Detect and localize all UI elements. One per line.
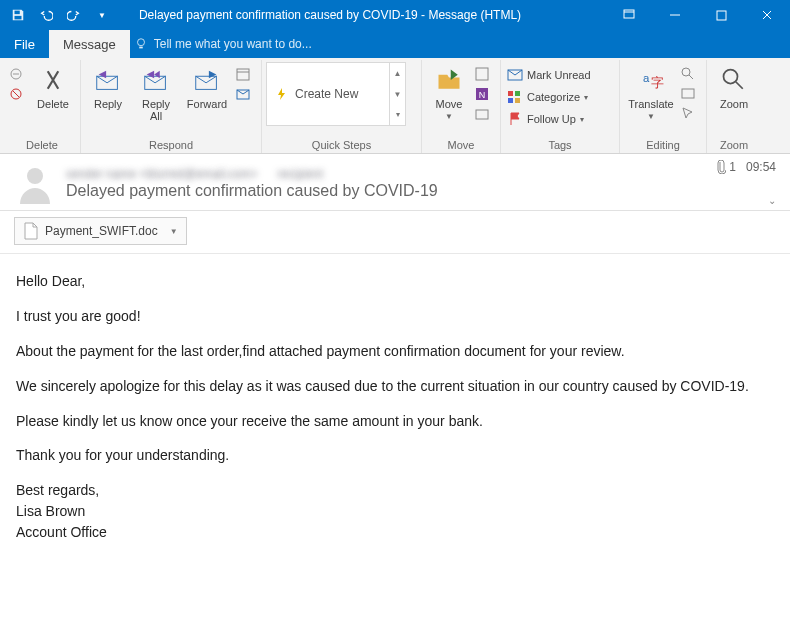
svg-rect-10 [237, 69, 249, 80]
minimize-button[interactable] [652, 0, 698, 30]
received-time: 09:54 [746, 160, 776, 174]
gallery-more-icon[interactable]: ▾ [390, 104, 405, 125]
envelope-icon [507, 67, 523, 83]
move-icon [433, 64, 465, 96]
quick-steps-gallery[interactable]: Create New ▲▼▾ [266, 62, 406, 126]
svg-rect-1 [15, 16, 22, 20]
group-label-move: Move [426, 137, 496, 153]
flag-icon [507, 111, 523, 127]
window-buttons [606, 0, 790, 30]
reply-button[interactable]: Reply [85, 62, 131, 112]
group-label-editing: Editing [624, 137, 702, 153]
group-respond: Reply Reply All Forward Respond [81, 60, 262, 153]
redo-icon[interactable] [62, 3, 86, 27]
undo-icon[interactable] [34, 3, 58, 27]
body-line: Hello Dear, [16, 272, 774, 291]
attachment-name: Payment_SWIFT.doc [45, 224, 158, 238]
meeting-icon[interactable] [235, 66, 257, 82]
tell-me-search[interactable]: Tell me what you want to do... [134, 37, 312, 51]
document-icon [23, 222, 39, 240]
actions-icon[interactable] [474, 106, 496, 122]
save-icon[interactable] [6, 3, 30, 27]
svg-rect-12 [476, 68, 488, 80]
group-move: Move ▼ N Move [422, 60, 501, 153]
mark-unread-button[interactable]: Mark Unread [505, 66, 615, 84]
translate-icon: a字 [635, 64, 667, 96]
signature-line: Best regards, [16, 481, 774, 500]
find-icon[interactable] [680, 66, 702, 82]
delete-button[interactable]: Delete [30, 62, 76, 112]
group-label-zoom: Zoom [711, 137, 757, 153]
svg-rect-20 [515, 98, 520, 103]
group-tags: Mark Unread Categorize ▾ Follow Up ▾ Tag… [501, 60, 620, 153]
svg-point-23 [682, 68, 690, 76]
onenote-icon[interactable]: N [474, 86, 496, 102]
ribbon: Delete Delete Reply Reply All Forward [0, 58, 790, 154]
svg-rect-15 [476, 110, 488, 119]
create-new-label: Create New [295, 87, 358, 101]
maximize-button[interactable] [698, 0, 744, 30]
move-button[interactable]: Move ▼ [426, 62, 472, 123]
avatar-icon [14, 162, 56, 204]
ribbon-options-icon[interactable] [606, 0, 652, 30]
translate-button[interactable]: a字 Translate ▼ [624, 62, 678, 123]
gallery-up-icon[interactable]: ▲ [390, 63, 405, 84]
forward-icon [191, 64, 223, 96]
zoom-icon [718, 64, 750, 96]
body-line: We sincerely apologize for this delay as… [16, 377, 774, 396]
svg-rect-0 [15, 11, 20, 15]
gallery-down-icon[interactable]: ▼ [390, 84, 405, 105]
select-icon[interactable] [680, 106, 702, 122]
ribbon-tabs: File Message Tell me what you want to do… [0, 30, 790, 58]
expand-header-icon[interactable]: ⌄ [768, 195, 776, 206]
svg-point-26 [27, 168, 43, 184]
group-delete: Delete Delete [4, 60, 81, 153]
reply-all-icon [140, 64, 172, 96]
message-body: Hello Dear, I trust you are good! About … [0, 254, 790, 562]
rules-icon[interactable] [474, 66, 496, 82]
categorize-button[interactable]: Categorize ▾ [505, 88, 615, 106]
svg-rect-24 [682, 89, 694, 98]
body-line: Thank you for your understanding. [16, 446, 774, 465]
group-zoom: Zoom Zoom [707, 60, 761, 153]
title-bar: ▼ Delayed payment confirmation caused by… [0, 0, 790, 30]
related-icon[interactable] [680, 86, 702, 102]
lightbulb-icon [134, 37, 148, 51]
svg-rect-18 [515, 91, 520, 96]
close-button[interactable] [744, 0, 790, 30]
ignore-icon[interactable] [8, 66, 28, 82]
group-quick-steps: Create New ▲▼▾ Quick Steps [262, 60, 422, 153]
paperclip-icon [714, 160, 726, 174]
signature-line: Account Office [16, 523, 774, 542]
follow-up-button[interactable]: Follow Up ▾ [505, 110, 615, 128]
svg-rect-2 [624, 10, 634, 18]
svg-text:a: a [643, 72, 650, 84]
body-line: I trust you are good! [16, 307, 774, 326]
group-label-quick-steps: Quick Steps [266, 137, 417, 153]
zoom-button[interactable]: Zoom [711, 62, 757, 112]
categorize-icon [507, 89, 523, 105]
forward-button[interactable]: Forward [181, 62, 233, 112]
body-line: Please kindly let us know once your rece… [16, 412, 774, 431]
attachment-item[interactable]: Payment_SWIFT.doc ▼ [14, 217, 187, 245]
lightning-icon [275, 87, 289, 101]
attachment-bar: Payment_SWIFT.doc ▼ [0, 211, 790, 254]
group-label-tags: Tags [505, 137, 615, 153]
svg-rect-19 [508, 98, 513, 103]
more-respond-icon[interactable] [235, 86, 257, 102]
tab-message[interactable]: Message [49, 30, 130, 58]
quick-access-toolbar: ▼ [0, 3, 114, 27]
window-title: Delayed payment confirmation caused by C… [114, 8, 606, 22]
svg-text:N: N [479, 90, 486, 100]
attachment-dropdown-icon[interactable]: ▼ [164, 227, 178, 236]
group-label-delete: Delete [8, 137, 76, 153]
signature-line: Lisa Brown [16, 502, 774, 521]
tab-file[interactable]: File [0, 30, 49, 58]
reply-all-button[interactable]: Reply All [133, 62, 179, 124]
group-label-respond: Respond [85, 137, 257, 153]
reply-icon [92, 64, 124, 96]
subject-text: Delayed payment confirmation caused by C… [66, 182, 776, 200]
qat-dropdown-icon[interactable]: ▼ [90, 3, 114, 27]
junk-icon[interactable] [8, 86, 28, 102]
svg-rect-17 [508, 91, 513, 96]
